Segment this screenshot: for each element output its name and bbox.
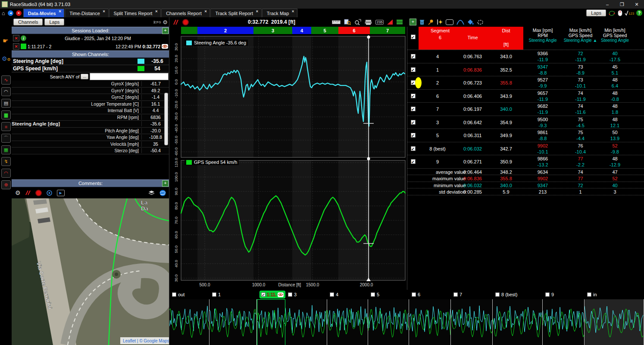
- google-earth-icon[interactable]: [159, 190, 166, 196]
- close-button[interactable]: ✕: [629, 0, 644, 9]
- add-session-button[interactable]: +: [162, 28, 169, 34]
- zoom-page-icon[interactable]: [344, 19, 351, 25]
- back-icon[interactable]: ◄: [8, 10, 13, 16]
- lap-checkbox[interactable]: [371, 292, 375, 297]
- report-view-icon[interactable]: ≡: [1, 122, 11, 131]
- lap-checkbox[interactable]: [330, 292, 334, 297]
- channel-row[interactable]: Sterzo [deg]-50.4: [12, 147, 169, 154]
- lap-cell-4[interactable]: 4: [327, 290, 368, 345]
- fill-color-icon[interactable]: [467, 19, 474, 25]
- lap-checkbox[interactable]: [288, 292, 292, 297]
- add-comment-button[interactable]: +: [162, 180, 169, 187]
- lap-cell-5[interactable]: 5: [368, 290, 409, 345]
- lap-cell-6[interactable]: 6: [409, 290, 451, 345]
- movie-view-icon[interactable]: ▤: [1, 99, 11, 108]
- analysis-view-icon[interactable]: ∿: [1, 75, 11, 85]
- channel-row[interactable]: Velocità [mph]35: [12, 141, 169, 148]
- search-input[interactable]: [90, 73, 169, 80]
- segment-3[interactable]: 3: [253, 27, 292, 34]
- play-icon[interactable]: ▶: [57, 190, 65, 196]
- column-header[interactable]: Max [rpm]RPMSteering Angle: [523, 27, 562, 50]
- segment-header-block[interactable]: Segment 6 Time Dist [ft]: [419, 27, 523, 50]
- slope-icon[interactable]: [387, 19, 393, 25]
- home-icon[interactable]: ⌂: [2, 10, 5, 16]
- selected-lap-pill[interactable]: ✔1:11.: [259, 291, 285, 298]
- select-all-checkbox[interactable]: ✔: [411, 34, 416, 39]
- tab-close-icon[interactable]: ✕: [155, 9, 158, 13]
- channels-tab-button[interactable]: Channels: [13, 19, 43, 25]
- channel-scrollbar[interactable]: [164, 93, 168, 145]
- segment-table-row[interactable]: ✔70:06.197340.09682-11.974-11.6481.8: [407, 103, 644, 116]
- segment-2[interactable]: 2: [197, 27, 253, 34]
- eye-icon[interactable]: [162, 44, 168, 49]
- session-info-icon[interactable]: i: [21, 35, 26, 41]
- tab-close-icon[interactable]: ✕: [103, 9, 106, 13]
- lap-checkbox[interactable]: [212, 292, 216, 297]
- channel-row[interactable]: GyroZ [deg/s]-1.4: [12, 94, 169, 101]
- row-checkbox[interactable]: ✔: [411, 94, 416, 98]
- channel-row[interactable]: GyroX [deg/s]-61.7: [12, 81, 169, 88]
- lap-cell-1[interactable]: 1: [209, 290, 257, 345]
- map-gear-icon[interactable]: ⚙: [15, 189, 21, 196]
- close-all-icon[interactable]: ✕: [16, 10, 22, 16]
- tab-close-icon[interactable]: ✕: [204, 9, 207, 13]
- row-checkbox[interactable]: ✔: [411, 67, 416, 72]
- add-column-button[interactable]: +: [410, 19, 416, 25]
- segment-5[interactable]: 5: [311, 27, 338, 34]
- segment-table-row[interactable]: ✔30:06.642354.99500-9.375-4.54812.1: [407, 116, 644, 129]
- row-checkbox[interactable]: ✔: [411, 107, 416, 111]
- tab-time-distance[interactable]: Time-Distance✕: [65, 9, 108, 17]
- satellite-map[interactable]: Via Corte Ferrarini La Da Leaflet | © Go…: [12, 198, 169, 345]
- channel-row[interactable]: Steering Angle [deg]-35.6: [12, 121, 169, 128]
- chart-menu-icon[interactable]: [396, 19, 403, 25]
- maximize-button[interactable]: ❐: [615, 0, 629, 9]
- segment-table-row[interactable]: ✔90:06.271350.99866-13.277-2.248-12.9: [407, 155, 644, 169]
- gear-icon[interactable]: ⚙: [163, 19, 168, 25]
- remove-session-icon[interactable]: ✕: [13, 35, 19, 41]
- laps-tab-button[interactable]: Laps: [44, 19, 64, 25]
- help-icon[interactable]: ?: [636, 10, 642, 16]
- lap-cell-in[interactable]: in: [585, 290, 644, 345]
- channel-row[interactable]: Internal Batt [V]4.4: [12, 107, 169, 114]
- lap-cell-3[interactable]: 3: [285, 290, 327, 345]
- column-header[interactable]: Min [km/h]GPS SpeedSteering Angle: [599, 27, 631, 50]
- tab-close-icon[interactable]: ✕: [59, 9, 62, 13]
- laps-button[interactable]: Laps: [586, 9, 606, 16]
- session-row[interactable]: ✕ i Giudice - 2025, Jan 24 12:20 PM: [12, 34, 169, 42]
- curve-view-icon[interactable]: ◠: [1, 169, 11, 178]
- column-header[interactable]: Max [km/h]GPS SpeedSteering Angle ▲: [562, 27, 599, 50]
- track-report-icon[interactable]: ↯: [1, 157, 11, 166]
- layers-icon[interactable]: [148, 190, 155, 196]
- lap-checkbox[interactable]: [587, 292, 591, 297]
- segment-table-row[interactable]: ✔60:06.406343.99657-11.974-11.948-0.8: [407, 90, 644, 103]
- lap-checkbox[interactable]: [172, 292, 176, 297]
- tab-track-map[interactable]: Track Map✕: [262, 9, 297, 17]
- tab-track-split-report[interactable]: Track Split Report✕: [210, 9, 261, 17]
- search-options-button[interactable]: ...: [81, 74, 88, 79]
- pointer-hand-icon[interactable]: ☛: [3, 37, 8, 45]
- dashboard-view-icon[interactable]: ⌒: [1, 134, 11, 143]
- ruler-icon[interactable]: [332, 19, 341, 25]
- channel-row[interactable]: GyroY [deg/s]49.2: [12, 88, 169, 94]
- tab-close-icon[interactable]: ✕: [256, 9, 259, 13]
- track-segments-icon[interactable]: [477, 19, 484, 25]
- segment-7[interactable]: 7: [370, 27, 405, 34]
- shown-channel-row[interactable]: Steering Angle [deg]-35.6: [12, 58, 169, 65]
- lap-cell-8best[interactable]: 8 (best): [493, 290, 543, 345]
- tab-channels-report[interactable]: Channels Report✕: [161, 9, 210, 17]
- row-checkbox[interactable]: ✔: [411, 146, 416, 151]
- channel-row[interactable]: RPM [rpm]6836: [12, 114, 169, 121]
- add-view-icon[interactable]: ⊕: [1, 180, 11, 189]
- lap-eye-icon[interactable]: [278, 292, 284, 297]
- track-shape-icon[interactable]: [608, 10, 616, 16]
- settings-gears-icon[interactable]: ⚙⚙: [2, 55, 11, 62]
- cfg-icon[interactable]: CFG: [154, 21, 161, 24]
- split-marks-icon[interactable]: [25, 190, 31, 195]
- chart-split-marks-icon[interactable]: [173, 19, 179, 25]
- lap-cell-7[interactable]: 7: [451, 290, 493, 345]
- center-target-icon[interactable]: [46, 190, 53, 196]
- segment-table-row[interactable]: ✔10:06.836352.59347-8.873-8.9455.1: [407, 63, 644, 77]
- record-icon[interactable]: [35, 190, 42, 196]
- shown-channel-row[interactable]: GPS Speed [km/h]54: [12, 65, 169, 72]
- tab-data-movies[interactable]: Data-Movies✕: [23, 9, 65, 17]
